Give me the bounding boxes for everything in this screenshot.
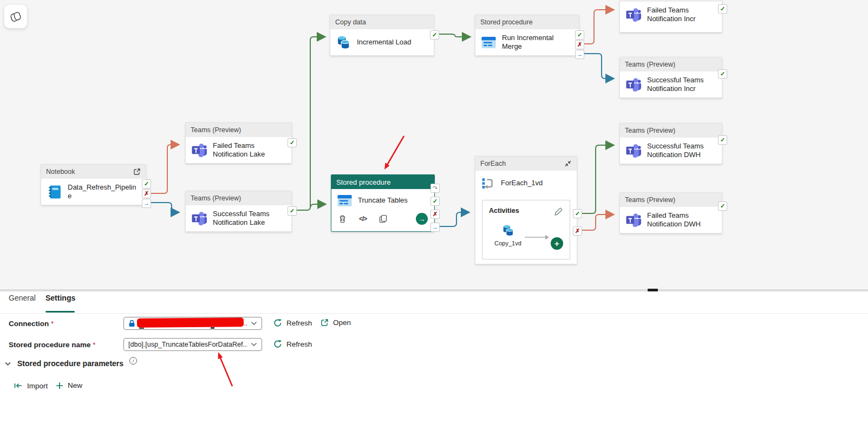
- refresh-icon: [273, 340, 282, 348]
- pipeline-canvas[interactable]: Notebook Data_Refresh_Pipeline Teams (Pr…: [0, 0, 868, 289]
- arrow-right-icon: →: [419, 215, 426, 223]
- activity-teams-failed-lake[interactable]: Teams (Preview) Failed Teams Notificatio…: [185, 122, 292, 164]
- teams-icon: [626, 77, 641, 92]
- foreach-icon: [481, 177, 495, 190]
- connection-dropdown[interactable]: ..: [123, 317, 262, 330]
- activity-type-label: Teams (Preview): [625, 61, 675, 68]
- activity-teams-success-incr[interactable]: Teams (Preview) Successful Teams Notific…: [619, 57, 722, 98]
- new-button[interactable]: New: [56, 381, 82, 389]
- port-success-icon[interactable]: ✓: [575, 30, 584, 40]
- notebook-icon: [47, 185, 62, 199]
- port-failure-icon[interactable]: ✗: [575, 40, 584, 49]
- tab-general[interactable]: General: [9, 294, 36, 302]
- activity-sp-truncate-selected[interactable]: Stored procedure Truncate Tables </> →: [331, 174, 435, 232]
- port-success-icon[interactable]: ✓: [288, 206, 297, 216]
- teams-icon: [626, 8, 641, 22]
- activity-name: ForEach_1vd: [501, 179, 543, 188]
- activities-label: Activities: [489, 207, 519, 214]
- activity-name: Data_Refresh_Pipeline: [68, 183, 139, 201]
- activity-type-label: Stored procedure: [336, 178, 390, 186]
- chevron-down-icon: [251, 321, 257, 326]
- port-success-icon[interactable]: ✓: [430, 30, 439, 40]
- duplicate-icon[interactable]: [379, 214, 387, 223]
- sp-name-value: [dbo].[usp_TruncateTablesForDataRef...: [128, 341, 247, 348]
- port-completion-icon[interactable]: →: [142, 199, 151, 208]
- collapse-icon[interactable]: [564, 160, 572, 167]
- activity-name: Successful Teams Notification Incr: [647, 76, 717, 94]
- activity-teams-failed-dwh[interactable]: Teams (Preview) Failed Teams Notificatio…: [619, 192, 722, 233]
- required-asterisk: *: [93, 341, 95, 349]
- activity-name: Successful Teams Notification Lake: [213, 210, 286, 227]
- activity-foreach[interactable]: ForEach ForEach_1vd Activities Copy_1vd: [475, 156, 577, 264]
- delete-icon[interactable]: [338, 214, 347, 223]
- port-success-icon[interactable]: ✓: [718, 69, 727, 79]
- activity-name: Failed Teams Notification DWH: [647, 211, 717, 229]
- activity-type-label: Notebook: [46, 168, 75, 176]
- port-completion-icon[interactable]: →: [575, 50, 584, 59]
- info-icon[interactable]: i: [129, 357, 137, 365]
- panel-resize-handle[interactable]: [648, 289, 658, 291]
- foreach-child-activity[interactable]: Copy_1vd: [492, 224, 524, 246]
- connection-refresh-button[interactable]: Refresh: [273, 318, 312, 327]
- port-success-icon[interactable]: ✓: [718, 202, 727, 211]
- active-tab-underline: [45, 311, 75, 313]
- edit-pencil-icon[interactable]: [554, 207, 563, 216]
- activity-type-label: ForEach: [480, 160, 506, 167]
- activity-type-label: Copy data: [335, 18, 366, 26]
- port-skip-icon[interactable]: ↷: [430, 184, 440, 193]
- activity-name: Run Incremental Merge: [502, 34, 574, 51]
- port-failure-icon[interactable]: ✗: [573, 226, 582, 236]
- properties-panel: General Settings Connection * ..: [0, 291, 868, 442]
- stored-procedure-icon: [337, 194, 352, 207]
- teams-icon: [192, 211, 207, 225]
- import-icon: [14, 381, 23, 390]
- tab-settings[interactable]: Settings: [45, 294, 75, 302]
- add-activity-button[interactable]: +: [551, 237, 563, 250]
- foreach-activities-panel[interactable]: Activities Copy_1vd +: [482, 200, 570, 259]
- code-view-icon[interactable]: </>: [359, 215, 367, 223]
- sp-parameters-toggle[interactable]: Stored procedure parameters i: [4, 359, 137, 368]
- plus-icon: +: [554, 239, 559, 248]
- activity-type-label: Teams (Preview): [625, 196, 675, 204]
- sp-name-refresh-button[interactable]: Refresh: [273, 340, 312, 348]
- open-external-icon[interactable]: [133, 168, 141, 176]
- activity-copy-data[interactable]: Copy data Incremental Load: [330, 15, 434, 56]
- required-asterisk: *: [51, 320, 54, 328]
- teams-icon: [192, 143, 207, 157]
- refresh-icon: [273, 318, 282, 327]
- sp-name-dropdown[interactable]: [dbo].[usp_TruncateTablesForDataRef...: [123, 338, 262, 351]
- sequence-arrow: [525, 234, 550, 240]
- open-external-icon: [321, 318, 329, 327]
- port-success-icon[interactable]: ✓: [573, 209, 582, 218]
- pipeline-editor: Notebook Data_Refresh_Pipeline Teams (Pr…: [0, 0, 868, 442]
- activity-type-label: Teams (Preview): [625, 127, 675, 134]
- port-success-icon[interactable]: ✓: [430, 197, 440, 206]
- import-button[interactable]: Import: [14, 381, 48, 390]
- tabbar-divider: [0, 313, 868, 314]
- activity-teams-success-lake[interactable]: Teams (Preview) Successful Teams Notific…: [185, 191, 292, 232]
- foreach-child-name: Copy_1vd: [492, 240, 524, 246]
- port-failure-icon[interactable]: ✗: [430, 210, 440, 219]
- copy-data-icon: [502, 224, 514, 237]
- connection-lock-icon: [128, 320, 135, 327]
- run-navigate-button[interactable]: →: [416, 213, 428, 225]
- activity-notebook[interactable]: Notebook Data_Refresh_Pipeline: [41, 164, 146, 205]
- copilot-icon: [9, 10, 22, 23]
- connection-open-button[interactable]: Open: [321, 318, 351, 327]
- copilot-button[interactable]: [4, 5, 27, 28]
- port-success-icon[interactable]: ✓: [142, 179, 151, 188]
- port-success-icon[interactable]: ✓: [718, 4, 727, 14]
- activity-name: Successful Teams Notification DWH: [647, 142, 717, 160]
- port-completion-icon[interactable]: →: [430, 223, 440, 232]
- activity-teams-failed-incr[interactable]: Failed Teams Notification Incr: [619, 0, 722, 32]
- port-success-icon[interactable]: ✓: [718, 135, 727, 145]
- teams-icon: [626, 144, 641, 158]
- stored-procedure-icon: [481, 36, 496, 49]
- port-failure-icon[interactable]: ✗: [142, 189, 151, 198]
- activity-teams-success-dwh[interactable]: Teams (Preview) Successful Teams Notific…: [619, 123, 722, 164]
- chevron-down-icon: [4, 360, 11, 367]
- activity-type-label: Stored procedure: [480, 18, 533, 26]
- redaction-scribble: [137, 317, 244, 327]
- port-success-icon[interactable]: ✓: [288, 138, 297, 147]
- activity-sp-merge[interactable]: Stored procedure Run Incremental Merge: [475, 15, 579, 56]
